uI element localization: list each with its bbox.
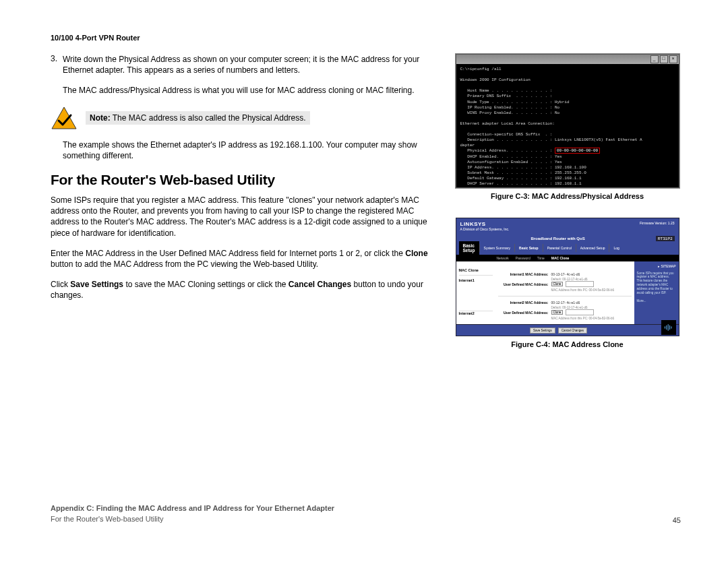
cmd-node-type: Node Type . . . . . . . . . . . . : Hybr…	[460, 100, 570, 104]
linksys-tabs: Basic Setup System Summary Basic Setup P…	[456, 241, 679, 255]
document-header: 10/100 4-Port VPN Router	[51, 34, 681, 42]
note-row: Note: The MAC address is also called the…	[51, 106, 442, 130]
cmd-gateway: Default Gateway . . . . . . . . . : 192.…	[460, 176, 582, 181]
figure-c3-cmd-window: _ □ × C:\>ipconfig /all Windows 2000 IP …	[456, 54, 679, 188]
linksys-subtabs: Network Password Time MAC Clone	[456, 255, 679, 261]
int1-mac-label: Internet1 MAC Address:	[498, 272, 549, 276]
note-bold: Note:	[90, 113, 111, 123]
cisco-logo-icon	[661, 320, 676, 335]
side-mac-clone: MAC Clone	[459, 266, 493, 276]
cmd-conn-suffix: Connection-specific DNS Suffix . :	[460, 132, 553, 137]
cmd-ip-routing: IP Routing Enabled. . . . . . . . : No	[460, 105, 560, 110]
linksys-logo: LINKSYS	[460, 221, 510, 227]
ud-mac-input-1[interactable]	[566, 281, 594, 287]
figure-c4-linksys-window: LINKSYS A Division of Cisco Systems, Inc…	[456, 218, 679, 336]
cmd-descr: Description . . . . . . . . . . . : Link…	[460, 137, 642, 142]
p2-clone: Clone	[405, 249, 427, 258]
linksys-tab-basic-setup[interactable]: Basic Setup	[459, 241, 479, 255]
figure-c4-caption: Figure C-4: MAC Address Clone	[511, 340, 623, 348]
ud-mac-label: User Defined MAC Address:	[498, 282, 549, 286]
figure-c3-caption: Figure C-3: MAC Address/Physical Address	[491, 192, 644, 200]
linksys-tab-log[interactable]: Log	[609, 244, 623, 252]
note-body: The MAC address is also called the Physi…	[111, 113, 306, 123]
note-text: Note: The MAC address is also called the…	[86, 111, 310, 125]
linksys-firmware: Firmware Version: 1.23	[640, 221, 674, 225]
right-column: _ □ × C:\>ipconfig /all Windows 2000 IP …	[454, 54, 681, 362]
svg-marker-0	[52, 107, 76, 129]
linksys-help-panel: ▸ SITEMAP Some ISPs require that you reg…	[634, 261, 679, 324]
left-column: Write down the Physical Address as shown…	[51, 54, 442, 362]
cancel-changes-button[interactable]: Cancel Changes	[558, 327, 587, 334]
p3-cancel: Cancel Changes	[289, 280, 351, 289]
linksys-body: MAC Clone Internet1 Internet2 Internet1 …	[456, 261, 679, 324]
linksys-product-name: Broadband Router with QoS	[530, 237, 584, 241]
cmd-adapter-header: Ethernet adapter Local Area Connection:	[460, 121, 555, 126]
utility-para-3: Click Save Settings to save the MAC Clon…	[51, 279, 442, 301]
ud-mac-label-2: User Defined MAC Address:	[498, 311, 549, 315]
side-internet2: Internet2	[459, 311, 493, 315]
cmd-adapter-cont: dapter	[460, 143, 475, 148]
p3-save: Save Settings	[70, 280, 123, 289]
linksys-tab-basic[interactable]: Basic Setup	[514, 244, 543, 252]
content-area: Write down the Physical Address as shown…	[51, 54, 681, 362]
p3c: to save the MAC Cloning settings or clic…	[123, 280, 289, 289]
linksys-header: LINKSYS A Division of Cisco Systems, Inc…	[456, 218, 679, 234]
utility-para-1: Some ISPs require that you register a MA…	[51, 195, 442, 239]
ud-mac-input-2[interactable]	[566, 309, 594, 315]
linksys-help-text: Some ISPs require that you register a MA…	[637, 272, 676, 295]
section-heading: For the Router's Web-based Utility	[51, 172, 442, 188]
maximize-icon: □	[660, 55, 668, 63]
linksys-footer: Save Settings Cancel Changes	[456, 324, 679, 336]
linksys-sidebar: MAC Clone Internet1 Internet2	[456, 261, 495, 324]
clone-button-2[interactable]: Clone	[551, 310, 564, 315]
linksys-subtab-password[interactable]: Password	[516, 256, 530, 260]
p2c: button to add the MAC Address from the P…	[51, 259, 318, 269]
mac-from-pc-2: MAC Address from this PC: 00-04-5a-82-06…	[551, 317, 632, 320]
cmd-body: C:\>ipconfig /all Windows 2000 IP Config…	[456, 64, 679, 187]
cmd-title: Windows 2000 IP Configuration	[460, 77, 530, 82]
save-settings-button[interactable]: Save Settings	[530, 327, 555, 334]
cmd-wins-proxy: WINS Proxy Enabled. . . . . . . . : No	[460, 111, 560, 115]
footer-section: For the Router's Web-based Utility	[51, 515, 164, 523]
cmd-dhcp-srv: DHCP Server . . . . . . . . . . . : 192.…	[460, 181, 582, 186]
linksys-more-link[interactable]: More...	[637, 299, 676, 303]
linksys-main: Internet1 MAC Address: 00-13-17- 4c-e1-d…	[495, 261, 634, 324]
cmd-subnet: Subnet Mask . . . . . . . . . . . : 255.…	[460, 170, 586, 175]
cmd-dns-suffix: Primary DNS Suffix . . . . . . . :	[460, 94, 553, 98]
int1-mac-value: 00-13-17- 4c-e1-d6	[551, 272, 580, 276]
cmd-dhcp: DHCP Enabled. . . . . . . . . . . : Yes	[460, 154, 562, 159]
close-icon: ×	[669, 55, 677, 63]
step-list: Write down the Physical Address as shown…	[51, 54, 442, 161]
linksys-subtab-time[interactable]: Time	[537, 256, 545, 260]
linksys-subtab-network[interactable]: Network	[497, 256, 509, 260]
side-internet1: Internet1	[459, 276, 493, 311]
cmd-phys-label: Physical Address. . . . . . . . . :	[460, 148, 555, 153]
linksys-tagline: A Division of Cisco Systems, Inc.	[460, 227, 510, 231]
cmd-autoconf: Autoconfiguration Enabled . . . . : Yes	[460, 160, 562, 164]
warning-check-icon	[51, 106, 78, 130]
linksys-model: RT31P2	[656, 236, 675, 241]
linksys-subtab-macclone[interactable]: MAC Clone	[551, 256, 570, 260]
cmd-dns-srv: DNS Servers . . . . . . . . . . . :	[460, 187, 553, 187]
page-number: 45	[673, 516, 681, 524]
linksys-tab-advanced[interactable]: Advanced Setup	[576, 244, 609, 252]
int2-mac-label: Internet2 MAC Address:	[498, 301, 549, 305]
linksys-tab-parental[interactable]: Parental Control	[543, 244, 576, 252]
footer-appendix: Appendix C: Finding the MAC Address and …	[51, 504, 334, 512]
cmd-phys-val: 00-00-00-00-00-00	[555, 148, 600, 154]
cmd-ip: IP Address. . . . . . . . . . . . : 192.…	[460, 165, 586, 170]
utility-para-2: Enter the MAC Address in the User Define…	[51, 248, 442, 270]
page-footer: Appendix C: Finding the MAC Address and …	[51, 503, 681, 524]
step3-main: Write down the Physical Address as shown…	[63, 54, 442, 75]
step3-example: The example shows the Ethernet adapter's…	[63, 139, 442, 161]
p3a: Click	[51, 280, 70, 289]
cmd-titlebar: _ □ ×	[456, 55, 679, 64]
minimize-icon: _	[650, 55, 659, 63]
clone-button-1[interactable]: Clone	[551, 282, 564, 286]
p2a: Enter the MAC Address in the User Define…	[51, 249, 405, 258]
step-3: Write down the Physical Address as shown…	[63, 54, 442, 161]
int2-mac-value: 00-12-17- 4c-e1-d6	[551, 301, 580, 305]
mac-from-pc-1: MAC Address from this PC: 00-04-5a-82-06…	[551, 288, 632, 292]
linksys-sitemap-link[interactable]: ▸ SITEMAP	[637, 264, 676, 269]
linksys-tab-summary[interactable]: System Summary	[479, 244, 514, 252]
